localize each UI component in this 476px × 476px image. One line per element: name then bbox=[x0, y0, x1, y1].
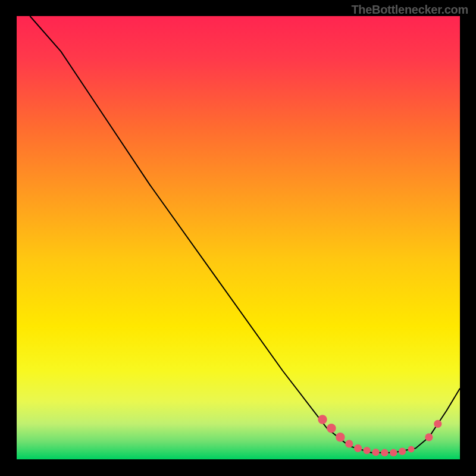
data-marker bbox=[408, 446, 415, 452]
chart-svg bbox=[0, 0, 476, 476]
data-marker bbox=[390, 449, 397, 456]
data-marker bbox=[399, 447, 406, 455]
data-marker bbox=[345, 440, 353, 447]
plot-background bbox=[17, 16, 460, 459]
data-marker bbox=[425, 433, 433, 441]
chart-container: TheBottlenecker.com bbox=[0, 0, 476, 476]
watermark-text: TheBottlenecker.com bbox=[351, 3, 468, 17]
data-marker bbox=[318, 415, 327, 424]
data-marker bbox=[354, 444, 362, 452]
data-marker bbox=[363, 447, 370, 454]
data-marker bbox=[372, 449, 379, 456]
data-marker bbox=[381, 449, 388, 456]
data-marker bbox=[327, 424, 336, 433]
data-marker bbox=[336, 433, 345, 441]
data-marker bbox=[434, 420, 441, 428]
